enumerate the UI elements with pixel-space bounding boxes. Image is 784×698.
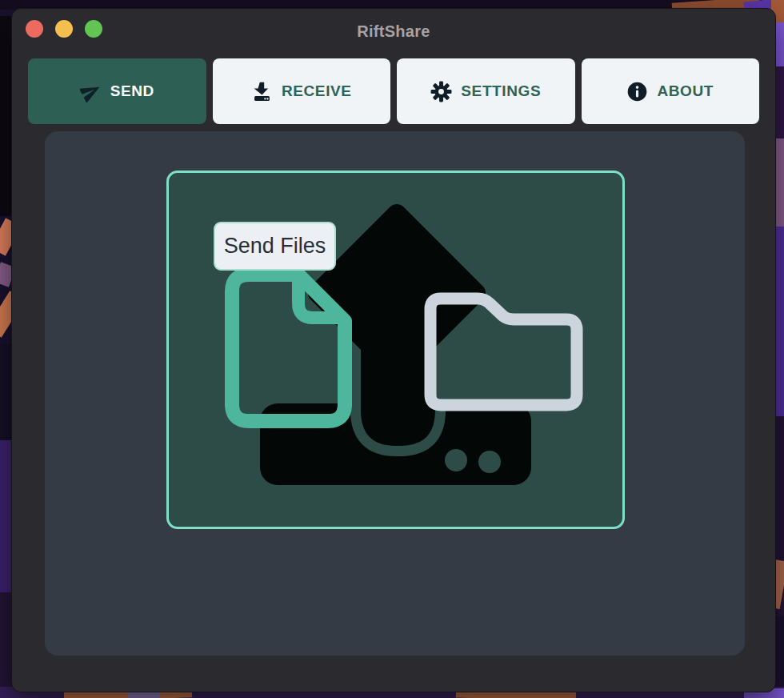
tab-settings-label: SETTINGS xyxy=(461,82,541,100)
tab-about[interactable]: ABOUT xyxy=(582,58,760,124)
tab-receive[interactable]: RECEIVE xyxy=(213,58,391,124)
tab-receive-label: RECEIVE xyxy=(282,82,352,100)
window-title: RiftShare xyxy=(12,9,775,54)
tab-settings[interactable]: SETTINGS xyxy=(397,58,575,124)
send-files-label[interactable]: Send Files xyxy=(214,222,336,271)
tab-bar: SEND RECEIVE xyxy=(28,58,759,124)
riftshare-window: RiftShare SEND xyxy=(11,8,776,692)
gear-icon xyxy=(430,81,452,102)
file-icon xyxy=(232,275,345,421)
info-icon xyxy=(626,81,648,102)
send-page-panel: Send Files xyxy=(45,131,745,656)
tab-about-label: ABOUT xyxy=(657,82,714,100)
tab-send-label: SEND xyxy=(110,82,154,100)
download-icon xyxy=(251,81,273,102)
paper-plane-icon xyxy=(80,81,102,102)
close-window-button[interactable] xyxy=(26,20,43,38)
tab-send[interactable]: SEND xyxy=(28,58,206,124)
minimize-window-button[interactable] xyxy=(55,20,73,38)
titlebar: RiftShare xyxy=(12,9,775,54)
zoom-window-button[interactable] xyxy=(85,20,102,38)
file-drop-zone[interactable]: Send Files xyxy=(166,170,625,529)
send-files-label-text: Send Files xyxy=(224,234,326,259)
